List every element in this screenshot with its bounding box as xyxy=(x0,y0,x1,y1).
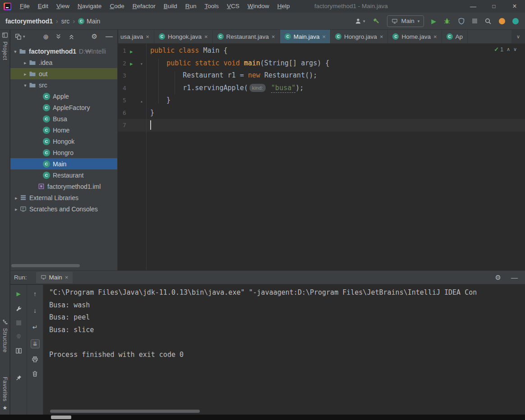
settings-gear-icon[interactable]: ⚙ xyxy=(92,32,97,41)
clear-console-icon[interactable] xyxy=(32,370,38,377)
debug-bug-icon[interactable] xyxy=(443,18,451,25)
stop-button[interactable] xyxy=(472,18,477,23)
tabs-overflow-button[interactable]: ∨ xyxy=(511,30,525,43)
menu-navigate[interactable]: Navigate xyxy=(74,0,106,13)
run-tab-main[interactable]: Main × xyxy=(36,272,73,283)
tab-busa[interactable]: usa.java × xyxy=(118,30,154,43)
search-icon[interactable] xyxy=(484,18,492,25)
chevron-right-icon[interactable]: ▸ xyxy=(22,71,28,77)
tab-restaurant[interactable]: Restaurant.java × xyxy=(213,30,280,43)
tree-item-src[interactable]: ▾ src xyxy=(10,79,117,91)
tab-hongro[interactable]: Hongro.java × xyxy=(331,30,388,43)
console-output[interactable]: "C:\Program Files\Java\jdk-11.0.13\bin\j… xyxy=(43,285,525,415)
menu-help[interactable]: Help xyxy=(273,0,294,13)
fold-marker-icon[interactable]: ▴ xyxy=(140,99,143,104)
close-icon[interactable]: × xyxy=(204,33,208,40)
chevron-right-icon[interactable]: ▸ xyxy=(13,206,19,212)
tree-item-factorymethod1[interactable]: ▾ factorymethod1 D:₩Intelli xyxy=(10,46,117,57)
build-hammer-icon[interactable] xyxy=(372,17,380,25)
tree-item-idea[interactable]: ▸ .idea xyxy=(10,57,117,68)
view-selector-button[interactable]: ▾ xyxy=(15,33,25,40)
tree-item-home[interactable]: Home xyxy=(10,124,117,136)
tree-item-busa[interactable]: Busa xyxy=(10,113,117,124)
console-scrollbar[interactable] xyxy=(50,410,200,413)
close-icon[interactable]: × xyxy=(146,33,149,40)
code-line xyxy=(150,119,525,132)
up-stack-trace-icon[interactable]: ↑ xyxy=(31,289,40,298)
menu-vcs[interactable]: VCS xyxy=(223,0,244,13)
menu-view[interactable]: View xyxy=(52,0,74,13)
tree-item-hongro[interactable]: Hongro xyxy=(10,147,117,158)
tree-item-out[interactable]: ▸ out xyxy=(10,68,117,79)
code-area[interactable]: public class Main { public static void m… xyxy=(147,44,525,270)
scroll-to-end-icon[interactable]: ⇊ xyxy=(31,339,40,348)
tool-button-project[interactable]: Project xyxy=(0,32,10,60)
hide-panel-button[interactable]: — xyxy=(106,32,113,41)
tab-home[interactable]: Home.java × xyxy=(388,30,442,43)
coverage-shield-icon[interactable] xyxy=(458,18,465,25)
close-icon[interactable]: × xyxy=(433,33,437,40)
tool-button-structure[interactable]: Structure xyxy=(0,319,10,352)
inspections-widget[interactable]: ✓ 1 ∧ ∨ xyxy=(494,46,517,53)
close-icon[interactable]: × xyxy=(272,33,275,40)
pin-tab-icon[interactable] xyxy=(15,374,22,381)
menu-window[interactable]: Window xyxy=(244,0,273,13)
hide-run-panel-icon[interactable]: — xyxy=(511,274,518,281)
tool-button-favorites[interactable]: Favorites ★ xyxy=(0,377,10,411)
tree-item-hongok[interactable]: Hongok xyxy=(10,136,117,147)
bottom-scrollbar[interactable] xyxy=(51,415,71,419)
chevron-down-icon[interactable]: ▾ xyxy=(12,49,18,54)
tree-item-restaurant[interactable]: Restaurant xyxy=(10,169,117,181)
expand-all-icon[interactable] xyxy=(55,33,62,40)
run-class-icon[interactable]: ▶ xyxy=(130,49,133,54)
tree-item-applefactory[interactable]: AppleFactory xyxy=(10,102,117,113)
breadcrumb-project[interactable]: factorymethod1 xyxy=(5,18,53,25)
editor-body[interactable]: 1▶ 2▶▾ 3 4 5▴ 6 7 public class Main { pu… xyxy=(118,44,525,270)
maximize-button[interactable]: □ xyxy=(484,0,504,13)
menu-edit[interactable]: Edit xyxy=(34,0,52,13)
menu-file[interactable]: File xyxy=(16,0,34,13)
restore-layout-icon[interactable] xyxy=(15,347,22,354)
wrench-icon[interactable] xyxy=(15,306,22,313)
profile-button[interactable]: ▾ xyxy=(355,18,365,25)
close-icon[interactable]: × xyxy=(65,274,69,281)
chevron-down-icon[interactable]: ▾ xyxy=(22,82,28,88)
tab-main-active[interactable]: Main.java × xyxy=(280,30,331,43)
fold-marker-icon[interactable]: ▾ xyxy=(140,61,143,66)
tree-item-scratches[interactable]: ▸ Scratches and Consoles xyxy=(10,203,117,215)
prev-issue-icon[interactable]: ∧ xyxy=(507,46,510,52)
menu-refactor[interactable]: Refactor xyxy=(129,0,160,13)
tree-item-apple[interactable]: Apple xyxy=(10,91,117,102)
tab-apple[interactable]: Ap xyxy=(442,30,468,43)
tab-hongok[interactable]: Hongok.java × xyxy=(154,30,213,43)
tree-item-external-libraries[interactable]: ▸ External Libraries xyxy=(10,192,117,203)
next-issue-icon[interactable]: ∨ xyxy=(513,46,517,52)
tree-item-main[interactable]: Main xyxy=(10,158,117,169)
menu-tools[interactable]: Tools xyxy=(201,0,223,13)
breadcrumb-src[interactable]: src xyxy=(61,18,70,25)
close-icon[interactable]: × xyxy=(380,33,383,40)
run-config-selector[interactable]: Main ▾ xyxy=(387,15,424,27)
print-icon[interactable] xyxy=(32,356,38,363)
menu-run[interactable]: Run xyxy=(181,0,201,13)
update-indicator-icon[interactable] xyxy=(499,18,505,24)
rerun-button[interactable]: ▶ xyxy=(14,289,23,298)
locate-file-button[interactable]: ⊕ xyxy=(43,33,49,40)
project-scrollbar[interactable] xyxy=(11,264,80,267)
soft-wrap-icon[interactable]: ↵ xyxy=(31,323,40,332)
down-stack-trace-icon[interactable]: ↓ xyxy=(31,306,40,315)
menu-code[interactable]: Code xyxy=(106,0,128,13)
minimize-button[interactable]: — xyxy=(463,0,484,13)
collapse-all-icon[interactable] xyxy=(68,33,75,40)
code-with-me-icon[interactable] xyxy=(512,18,519,24)
close-button[interactable]: × xyxy=(504,0,525,13)
run-method-icon[interactable]: ▶ xyxy=(130,61,133,66)
chevron-right-icon[interactable]: ▸ xyxy=(13,195,19,201)
chevron-right-icon[interactable]: ▸ xyxy=(22,60,28,65)
run-settings-gear-icon[interactable]: ⚙ xyxy=(495,274,501,281)
menu-build[interactable]: Build xyxy=(160,0,181,13)
close-icon[interactable]: × xyxy=(322,33,326,40)
breadcrumb-file[interactable]: Main xyxy=(87,18,100,25)
tree-item-iml-file[interactable]: factorymethod1.iml xyxy=(10,181,117,192)
run-button[interactable]: ▶ xyxy=(431,18,436,24)
